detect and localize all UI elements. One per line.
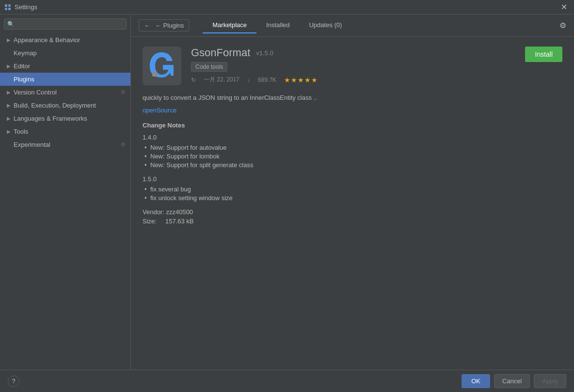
plugin-tag: Code tools [191, 62, 227, 72]
gear-icon: ⚙ [121, 89, 126, 95]
sidebar-item-label: Appearance & Behavior [14, 36, 80, 44]
plugin-link[interactable]: openSource [143, 107, 562, 114]
ok-button[interactable]: OK [462, 374, 490, 388]
size-value: 157.63 kB [165, 218, 194, 225]
sidebar-item-label: Editor [14, 63, 30, 70]
sidebar-item-languages[interactable]: ▶ Languages & Frameworks [0, 112, 130, 125]
help-button[interactable]: ? [8, 376, 19, 387]
app-icon [4, 3, 12, 11]
change-item: New: Support for split generate class [144, 161, 562, 169]
plugin-stars: ★★★★★ [284, 76, 318, 84]
plugin-detail: GsonFormat v1.5.0 Code tools ↻ 一月 22, 20… [131, 37, 574, 370]
plugin-nav: ← ← Plugins Marketplace Installed Update… [131, 15, 574, 37]
vendor-label: Vendor: [143, 208, 164, 216]
sidebar-item-version-control[interactable]: ▶ Version Control ⚙ [0, 86, 130, 99]
tab-installed[interactable]: Installed [256, 17, 299, 33]
nav-tabs: Marketplace Installed Updates (0) [203, 17, 351, 33]
search-box[interactable]: 🔍 [4, 18, 127, 30]
arrow-icon: ▶ [7, 37, 11, 43]
arrow-icon: ▶ [7, 103, 11, 108]
cancel-button[interactable]: Cancel [494, 374, 530, 388]
install-button[interactable]: Install [525, 47, 562, 62]
plugin-info: GsonFormat v1.5.0 Code tools ↻ 一月 22, 20… [191, 47, 525, 84]
sidebar-item-editor[interactable]: ▶ Editor [0, 60, 130, 73]
search-icon: 🔍 [7, 21, 15, 28]
plugin-title-row: GsonFormat v1.5.0 [191, 47, 525, 59]
sidebar-item-keymap[interactable]: Keymap [0, 47, 130, 60]
svg-rect-3 [5, 8, 7, 10]
change-list-1-5-0: fix several bug fix unlock setting windo… [143, 186, 562, 202]
sidebar-item-plugins[interactable]: Plugins [0, 73, 130, 86]
tab-updates[interactable]: Updates (0) [299, 17, 351, 33]
plugin-date: 一月 22, 2017 [204, 76, 239, 84]
sidebar-item-label: Experimental [14, 141, 50, 148]
change-item: New: Support for lombok [144, 153, 562, 160]
tab-marketplace[interactable]: Marketplace [203, 17, 256, 33]
change-item: fix unlock setting window size [144, 194, 562, 202]
plugin-logo [143, 47, 181, 85]
change-notes-title: Change Notes [143, 122, 562, 129]
plugin-header: GsonFormat v1.5.0 Code tools ↻ 一月 22, 20… [143, 47, 562, 85]
plugin-meta: ↻ 一月 22, 2017 ↓ 689.7K ★★★★★ [191, 76, 525, 84]
sidebar-item-label: Version Control [14, 89, 57, 96]
title-bar: Settings ✕ [0, 0, 574, 15]
title-bar-left: Settings [4, 3, 37, 11]
back-button[interactable]: ← ← Plugins [139, 19, 189, 31]
sidebar-item-label: Plugins [14, 76, 34, 83]
plugin-vendor: Vendor: zzz40500 [143, 208, 562, 216]
arrow-icon: ▶ [7, 129, 11, 134]
version-1-5-0: 1.5.0 [143, 175, 562, 183]
sidebar-item-label: Languages & Frameworks [14, 115, 87, 122]
plugin-logo-svg [143, 47, 181, 85]
sidebar-item-label: Build, Execution, Deployment [14, 102, 96, 109]
svg-rect-4 [8, 8, 11, 10]
action-buttons: OK Cancel Apply [462, 374, 566, 388]
vendor-value: zzz40500 [166, 208, 193, 216]
back-arrow-icon: ← [144, 22, 150, 29]
content-area: ← ← Plugins Marketplace Installed Update… [131, 15, 574, 370]
gear-icon: ⚙ [121, 141, 126, 148]
version-1-4-0: 1.4.0 [143, 134, 562, 141]
plugin-version: v1.5.0 [256, 49, 273, 57]
sidebar-item-build-execution[interactable]: ▶ Build, Execution, Deployment [0, 99, 130, 112]
size-label: Size: [143, 218, 157, 225]
close-button[interactable]: ✕ [558, 2, 570, 12]
bottom-bar: ? OK Cancel Apply [0, 370, 574, 392]
change-list-1-4-0: New: Support for autovalue New: Support … [143, 144, 562, 169]
download-icon: ↓ [247, 77, 250, 83]
plugin-name: GsonFormat [191, 47, 250, 59]
sidebar-item-experimental[interactable]: Experimental ⚙ [0, 138, 130, 151]
apply-button[interactable]: Apply [534, 374, 566, 388]
change-item: fix several bug [144, 186, 562, 193]
plugin-description: quickly to convert a JSON string to an I… [143, 93, 562, 103]
arrow-icon: ▶ [7, 116, 11, 121]
sidebar-item-label: Tools [14, 128, 28, 135]
sidebar: 🔍 ▶ Appearance & Behavior Keymap ▶ Edito… [0, 15, 131, 370]
refresh-icon: ↻ [191, 77, 196, 83]
arrow-icon: ▶ [7, 90, 11, 95]
search-input[interactable] [16, 20, 123, 28]
plugin-downloads: 689.7K [258, 77, 276, 83]
sidebar-item-appearance[interactable]: ▶ Appearance & Behavior [0, 33, 130, 47]
window-title: Settings [15, 3, 37, 11]
settings-gear-icon[interactable]: ⚙ [559, 21, 566, 30]
change-item: New: Support for autovalue [144, 144, 562, 151]
svg-rect-2 [8, 4, 11, 7]
sidebar-item-tools[interactable]: ▶ Tools [0, 125, 130, 138]
arrow-icon: ▶ [7, 63, 11, 69]
plugin-size: Size: 157.63 kB [143, 218, 562, 225]
sidebar-item-label: Keymap [14, 49, 37, 57]
main-container: 🔍 ▶ Appearance & Behavior Keymap ▶ Edito… [0, 15, 574, 370]
back-label: ← Plugins [155, 22, 184, 29]
svg-rect-6 [152, 72, 157, 77]
svg-rect-1 [5, 4, 7, 7]
